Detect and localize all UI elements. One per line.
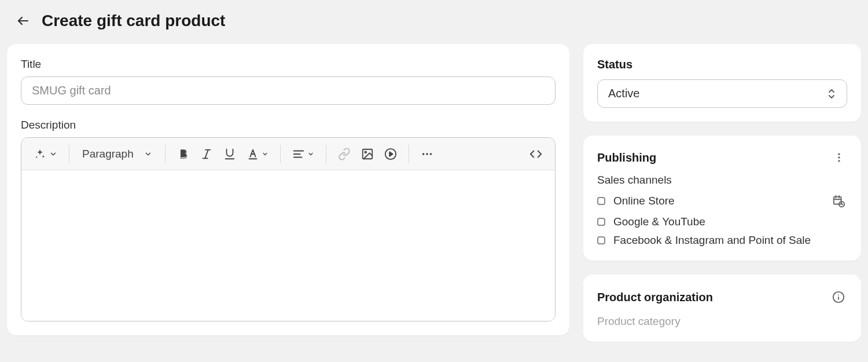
status-value: Active [608, 87, 639, 100]
code-view-button[interactable] [525, 144, 547, 164]
schedule-button[interactable] [830, 192, 847, 210]
svg-marker-13 [389, 152, 393, 156]
organization-header: Product organization [597, 288, 847, 306]
bullet-icon [597, 218, 605, 226]
paragraph-style-label: Paragraph [82, 148, 134, 160]
align-left-icon [292, 148, 305, 160]
channel-label: Facebook & Instagram and Point of Sale [613, 234, 811, 247]
info-icon [832, 291, 845, 304]
underline-button[interactable] [219, 144, 241, 164]
channel-item: Online Store [597, 195, 675, 207]
toolbar-separator [326, 145, 326, 163]
text-color-button[interactable] [242, 144, 273, 164]
channel-row-google-youtube: Google & YouTube [597, 215, 847, 228]
content-layout: Title Description Paragraph [0, 44, 868, 342]
sales-channels-label: Sales channels [597, 174, 847, 187]
page-header: Create gift card product [0, 0, 868, 44]
status-heading: Status [597, 58, 847, 71]
description-label: Description [21, 119, 556, 131]
bullet-icon [597, 197, 605, 205]
publishing-menu-button[interactable] [831, 149, 847, 166]
play-circle-icon [384, 148, 397, 160]
chevron-down-icon [262, 151, 269, 158]
publishing-heading: Publishing [597, 151, 656, 164]
title-field-group: Title [21, 58, 556, 105]
dots-horizontal-icon [421, 148, 433, 160]
svg-point-18 [838, 156, 840, 158]
description-editor-body[interactable] [21, 170, 555, 321]
toolbar-separator [69, 145, 69, 163]
title-label: Title [21, 58, 556, 71]
sales-channel-list: Online Store Google & YouTube Facebook &… [597, 192, 847, 247]
svg-point-27 [838, 294, 839, 295]
sidebar-column: Status Active Publishing Sales channels [583, 44, 861, 342]
channel-label: Google & YouTube [613, 215, 705, 228]
ai-generate-button[interactable] [30, 144, 62, 164]
svg-point-14 [422, 153, 424, 155]
publishing-header: Publishing [597, 149, 847, 166]
toolbar-separator [280, 145, 281, 163]
bold-button[interactable] [172, 144, 194, 164]
calendar-clock-icon [832, 195, 845, 207]
product-category-label: Product category [597, 315, 847, 328]
product-organization-card: Product organization Product category [583, 275, 861, 342]
image-button[interactable] [356, 144, 378, 164]
main-column: Title Description Paragraph [7, 44, 569, 342]
italic-icon [200, 148, 213, 160]
arrow-left-icon [16, 14, 30, 28]
link-button[interactable] [333, 144, 355, 164]
toolbar-separator [409, 145, 409, 163]
chevron-down-icon [144, 150, 152, 158]
more-button[interactable] [416, 144, 438, 164]
svg-line-3 [205, 149, 208, 158]
bullet-icon [597, 236, 605, 244]
underline-icon [223, 148, 236, 160]
chevron-down-icon [49, 150, 57, 158]
status-select-wrap: Active [597, 79, 847, 108]
text-color-icon [247, 148, 259, 160]
back-button[interactable] [14, 12, 32, 30]
svg-point-16 [429, 153, 432, 155]
channel-row-facebook-instagram-pos: Facebook & Instagram and Point of Sale [597, 234, 847, 247]
status-select[interactable]: Active [597, 79, 847, 108]
sparkle-icon [34, 148, 46, 160]
rich-text-editor: Paragraph [21, 137, 556, 321]
dots-vertical-icon [833, 152, 845, 163]
video-button[interactable] [380, 144, 402, 164]
svg-point-15 [426, 153, 428, 155]
channel-row-online-store: Online Store [597, 192, 847, 210]
svg-point-11 [365, 151, 366, 153]
editor-toolbar: Paragraph [21, 138, 555, 170]
image-icon [361, 148, 374, 160]
product-details-card: Title Description Paragraph [7, 44, 569, 335]
channel-label: Online Store [613, 195, 675, 207]
svg-point-19 [838, 160, 840, 162]
italic-button[interactable] [196, 144, 218, 164]
title-input[interactable] [21, 76, 556, 105]
publishing-card: Publishing Sales channels Online Store [583, 136, 861, 261]
chevron-down-icon [307, 151, 314, 158]
toolbar-separator [165, 145, 165, 163]
svg-rect-20 [834, 197, 841, 204]
align-button[interactable] [288, 144, 319, 164]
paragraph-style-select[interactable]: Paragraph [76, 144, 158, 164]
organization-heading: Product organization [597, 291, 713, 304]
description-field-group: Description Paragraph [21, 119, 556, 321]
status-card: Status Active [583, 44, 861, 122]
select-arrows-icon [827, 88, 836, 100]
svg-point-17 [838, 153, 840, 155]
link-icon [338, 148, 351, 160]
code-icon [529, 148, 542, 160]
text-format-group [172, 144, 273, 164]
page-title: Create gift card product [42, 12, 225, 30]
bold-icon [177, 148, 190, 160]
organization-info-button[interactable] [830, 288, 847, 306]
